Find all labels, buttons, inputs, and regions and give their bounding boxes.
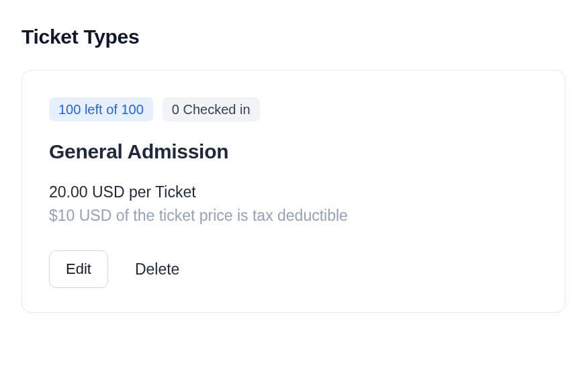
ticket-price: 20.00 USD per Ticket	[49, 183, 538, 201]
badge-row: 100 left of 100 0 Checked in	[49, 97, 538, 121]
ticket-deductible-note: $10 USD of the ticket price is tax deduc…	[49, 207, 538, 225]
ticket-types-page: Ticket Types 100 left of 100 0 Checked i…	[0, 0, 587, 334]
availability-badge: 100 left of 100	[49, 97, 153, 121]
ticket-card: 100 left of 100 0 Checked in General Adm…	[21, 70, 566, 313]
edit-button[interactable]: Edit	[49, 250, 108, 288]
page-title: Ticket Types	[21, 26, 566, 48]
ticket-name: General Admission	[49, 140, 538, 163]
checked-in-badge: 0 Checked in	[163, 97, 260, 121]
delete-button[interactable]: Delete	[135, 260, 179, 279]
ticket-actions: Edit Delete	[49, 250, 538, 288]
